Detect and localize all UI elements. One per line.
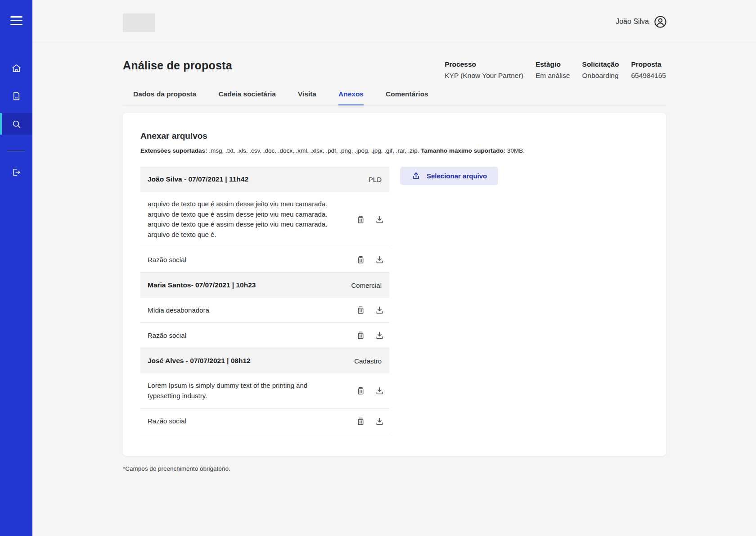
delete-file-button[interactable] <box>356 416 366 427</box>
file-row-actions <box>356 214 385 225</box>
home-icon <box>11 63 22 74</box>
download-file-button[interactable] <box>374 386 385 396</box>
file-row: Lorem Ipsum is simply dummy text of the … <box>140 373 389 409</box>
attachments-card: Anexar arquivos Extensões suportadas: .m… <box>123 113 666 456</box>
file-name: Razão social <box>148 255 186 265</box>
user-name: João Silva <box>616 18 649 26</box>
download-icon <box>374 386 385 396</box>
top-header: João Silva <box>32 0 756 43</box>
file-row-actions <box>356 305 385 315</box>
app-logo <box>123 14 155 32</box>
user-avatar-icon <box>654 15 667 28</box>
proposal-meta: Processo KYP (Know Your Partner) Estágio… <box>445 59 666 80</box>
meta-label: Estágio <box>536 60 570 68</box>
file-row: Razão social <box>140 247 389 273</box>
file-group-header: José Alves - 07/07/2021 | 08h12 Cadastro <box>140 348 389 373</box>
file-group: Maria Santos- 07/07/2021 | 10h23 Comerci… <box>140 273 389 348</box>
page-title: Análise de proposta <box>123 59 232 72</box>
upload-icon <box>411 171 421 181</box>
document-icon <box>11 91 22 102</box>
file-group-header: João Silva - 07/07/2021 | 11h42 PLD <box>140 167 389 192</box>
file-group-rows: arquivo de texto que é assim desse jeito… <box>140 192 389 273</box>
sidebar-item-home[interactable] <box>0 57 32 79</box>
select-file-button[interactable]: Selecionar arquivo <box>400 167 498 185</box>
sidebar-divider <box>7 151 25 151</box>
file-list: João Silva - 07/07/2021 | 11h42 PLD arqu… <box>140 167 389 434</box>
file-group-header: Maria Santos- 07/07/2021 | 10h23 Comerci… <box>140 273 389 298</box>
hamburger-menu-icon[interactable] <box>10 16 22 25</box>
upload-column: Selecionar arquivo <box>400 167 498 185</box>
download-icon <box>374 416 385 427</box>
trash-icon <box>356 416 366 427</box>
file-name: arquivo de texto que é assim desse jeito… <box>148 199 327 240</box>
file-name: Mídia desabonadora <box>148 305 209 316</box>
proposal-meta-item: Estágio Em análise <box>536 60 570 80</box>
download-icon <box>374 214 385 225</box>
proposal-meta-item: Proposta 654984165 <box>631 60 666 80</box>
file-group-tag: Comercial <box>351 282 382 289</box>
trash-icon <box>356 305 366 315</box>
tab-anexos[interactable]: Anexos <box>338 90 364 105</box>
file-row: Razão social <box>140 409 389 434</box>
file-row: Mídia desabonadora <box>140 298 389 323</box>
trash-icon <box>356 386 366 396</box>
tab-bar: Dados da proposta Cadeia societária Visi… <box>123 90 666 105</box>
sidebar-item-documents[interactable] <box>0 85 32 107</box>
tab-dados-da-proposta[interactable]: Dados da proposta <box>133 90 196 105</box>
download-file-button[interactable] <box>374 330 385 341</box>
delete-file-button[interactable] <box>356 254 366 265</box>
meta-label: Solicitação <box>582 60 619 68</box>
delete-file-button[interactable] <box>356 305 366 315</box>
file-row-actions <box>356 416 385 427</box>
file-group-rows: Mídia desabonadora Razão social <box>140 298 389 348</box>
download-file-button[interactable] <box>374 214 385 225</box>
download-icon <box>374 305 385 315</box>
meta-value: Onboarding <box>582 72 619 80</box>
download-file-button[interactable] <box>374 416 385 427</box>
trash-icon <box>356 214 366 225</box>
file-group-rows: Lorem Ipsum is simply dummy text of the … <box>140 373 389 434</box>
file-group: José Alves - 07/07/2021 | 08h12 Cadastro… <box>140 348 389 434</box>
file-group-title: João Silva - 07/07/2021 | 11h42 <box>148 175 248 183</box>
sidebar-nav <box>0 57 32 141</box>
meta-value: 654984165 <box>631 72 666 80</box>
logout-icon <box>11 167 22 178</box>
supported-extensions-label: Extensões suportadas: <box>140 147 207 154</box>
tab-cadeia-societária[interactable]: Cadeia societária <box>218 90 276 105</box>
meta-label: Processo <box>445 60 523 68</box>
file-name: Razão social <box>148 416 186 427</box>
file-row-actions <box>356 386 385 396</box>
file-row-actions <box>356 330 385 341</box>
attachments-heading: Anexar arquivos <box>140 131 648 141</box>
file-row-actions <box>356 254 385 265</box>
download-icon <box>374 330 385 341</box>
sidebar-item-logout[interactable] <box>0 161 32 183</box>
sidebar-item-search[interactable] <box>0 113 32 135</box>
main-content: Análise de proposta Processo KYP (Know Y… <box>123 43 666 472</box>
file-row: arquivo de texto que é assim desse jeito… <box>140 192 389 247</box>
select-file-button-label: Selecionar arquivo <box>427 172 487 180</box>
proposal-meta-item: Processo KYP (Know Your Partner) <box>445 60 523 80</box>
file-row: Razão social <box>140 323 389 348</box>
download-file-button[interactable] <box>374 254 385 265</box>
required-fields-note: *Campos de preenchimento obrigatório. <box>123 465 666 472</box>
file-group-tag: PLD <box>369 176 382 183</box>
delete-file-button[interactable] <box>356 214 366 225</box>
file-group: João Silva - 07/07/2021 | 11h42 PLD arqu… <box>140 167 389 273</box>
tab-visita[interactable]: Visita <box>298 90 316 105</box>
max-size-value: 30MB. <box>505 147 525 154</box>
file-group-title: Maria Santos- 07/07/2021 | 10h23 <box>148 281 256 289</box>
tab-comentários[interactable]: Comentários <box>386 90 428 105</box>
download-icon <box>374 254 385 265</box>
user-menu[interactable]: João Silva <box>616 0 667 43</box>
search-icon <box>11 118 22 130</box>
meta-label: Proposta <box>631 60 666 68</box>
download-file-button[interactable] <box>374 305 385 315</box>
proposal-meta-item: Solicitação Onboarding <box>582 60 619 80</box>
delete-file-button[interactable] <box>356 330 366 341</box>
max-size-label: Tamanho máximo suportado: <box>421 147 505 154</box>
meta-value: Em análise <box>536 72 570 80</box>
sidebar <box>0 0 32 536</box>
title-row: Análise de proposta Processo KYP (Know Y… <box>123 43 666 80</box>
delete-file-button[interactable] <box>356 386 366 396</box>
